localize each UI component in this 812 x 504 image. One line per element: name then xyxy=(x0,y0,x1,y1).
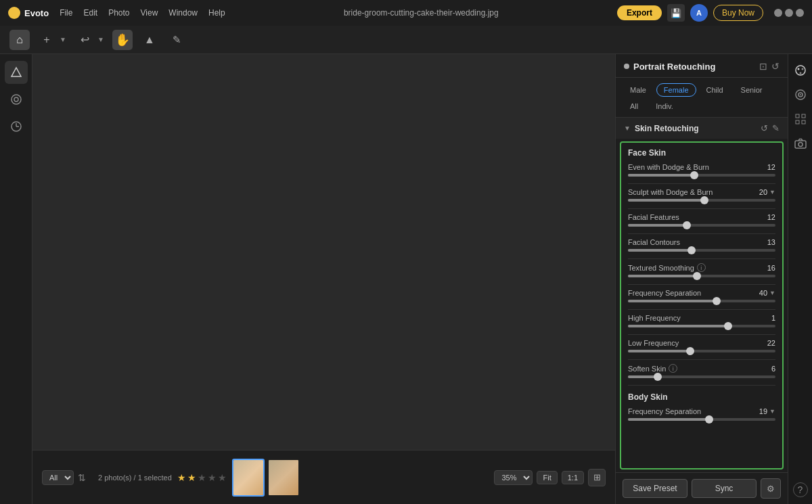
star-3[interactable]: ★ xyxy=(198,472,206,483)
home-tool[interactable]: ⌂ xyxy=(9,30,30,50)
panel-title: Portrait Retouching xyxy=(624,62,715,72)
slider-value-features: 12 xyxy=(767,213,775,221)
right-icon-camera[interactable] xyxy=(791,134,810,153)
save-icon-btn[interactable]: 💾 xyxy=(667,4,685,22)
filmstrip-expand-btn[interactable]: ⊞ xyxy=(588,469,606,486)
section-actions: ↺ ✎ xyxy=(761,123,780,133)
panel-refresh-icon[interactable]: ↺ xyxy=(771,61,780,72)
slider-track-high-freq[interactable] xyxy=(628,325,775,327)
slider-label-even: Even with Dodge & Burn xyxy=(628,163,709,171)
slider-track-even[interactable] xyxy=(628,174,775,177)
textured-info-icon[interactable]: i xyxy=(697,263,706,272)
section-title: Skin Retouching xyxy=(635,124,757,133)
undo-chevron[interactable]: ▼ xyxy=(96,30,106,50)
slider-thumb-low-freq[interactable] xyxy=(686,347,694,355)
star-rating[interactable]: ★ ★ ★ ★ ★ xyxy=(177,472,227,483)
star-2[interactable]: ★ xyxy=(187,472,196,483)
sculpt-expand-icon[interactable]: ▼ xyxy=(769,189,775,196)
slider-body-freq-sep: Frequency Separation 19 ▼ xyxy=(621,405,782,426)
mask-tool[interactable]: ▲ xyxy=(139,30,160,50)
right-icon-grid[interactable] xyxy=(791,110,810,129)
body-freq-expand-icon[interactable]: ▼ xyxy=(769,408,775,415)
menu-photo[interactable]: Photo xyxy=(108,8,129,18)
menu-file[interactable]: File xyxy=(60,8,72,18)
tab-senior[interactable]: Senior xyxy=(734,83,770,97)
menu-help[interactable]: Help xyxy=(208,8,225,18)
slider-track-freq-sep[interactable] xyxy=(628,300,775,302)
slider-label-soften: Soften Skin i xyxy=(628,364,677,373)
maximize-button[interactable] xyxy=(785,9,793,17)
thumbnail-1[interactable] xyxy=(232,459,265,497)
hand-tool[interactable]: ✋ xyxy=(112,30,133,50)
slider-track-soften[interactable] xyxy=(628,375,775,378)
slider-thumb-features[interactable] xyxy=(683,221,691,229)
slider-track-sculpt[interactable] xyxy=(628,199,775,202)
tab-female[interactable]: Female xyxy=(656,83,696,97)
skin-retouching-header[interactable]: ▼ Skin Retouching ↺ ✎ xyxy=(616,118,788,139)
freq-sep-expand-icon[interactable]: ▼ xyxy=(769,290,775,296)
one-one-button[interactable]: 1:1 xyxy=(562,471,584,484)
right-icon-target[interactable] xyxy=(791,85,810,104)
right-icon-palette[interactable] xyxy=(791,61,810,80)
section-edit-icon[interactable]: ✎ xyxy=(772,123,780,133)
tab-all[interactable]: All xyxy=(623,99,646,113)
slider-thumb-even[interactable] xyxy=(690,171,698,179)
sidebar-icon-adjust[interactable] xyxy=(5,61,28,84)
app-logo[interactable]: Evoto xyxy=(8,7,49,19)
sidebar-icon-filter[interactable] xyxy=(5,88,28,111)
buy-now-button[interactable]: Buy Now xyxy=(713,5,763,21)
slider-value-sculpt: 20 ▼ xyxy=(759,188,775,196)
minimize-button[interactable] xyxy=(774,9,782,17)
slider-thumb-freq-sep[interactable] xyxy=(713,297,721,305)
slider-value-textured: 16 xyxy=(767,264,775,272)
add-tool-chevron[interactable]: ▼ xyxy=(58,30,68,50)
slider-track-low-freq[interactable] xyxy=(628,350,775,352)
avatar[interactable]: A xyxy=(690,4,708,22)
panel-expand-icon[interactable]: ⊡ xyxy=(759,61,767,72)
brush-tool[interactable]: ✎ xyxy=(166,30,187,50)
filter-select[interactable]: All xyxy=(42,470,74,485)
slider-thumb-high-freq[interactable] xyxy=(724,322,732,330)
tab-male[interactable]: Male xyxy=(623,83,654,97)
slider-track-contours[interactable] xyxy=(628,249,775,252)
slider-track-features[interactable] xyxy=(628,224,775,227)
undo-tool-group: ↩ ▼ xyxy=(74,30,106,50)
thumbnail-2[interactable] xyxy=(267,459,300,497)
section-refresh-icon[interactable]: ↺ xyxy=(761,123,768,133)
star-5[interactable]: ★ xyxy=(218,472,227,483)
menu-view[interactable]: View xyxy=(141,8,158,18)
tab-indiv[interactable]: Indiv. xyxy=(648,99,680,113)
fit-button[interactable]: Fit xyxy=(537,471,557,484)
slider-thumb-sculpt[interactable] xyxy=(700,196,708,204)
menu-edit[interactable]: Edit xyxy=(83,8,97,18)
undo-tool[interactable]: ↩ xyxy=(74,30,95,50)
main-area: EVOTO EVOTO xyxy=(0,54,812,504)
svg-point-8 xyxy=(801,68,803,70)
slider-thumb-soften[interactable] xyxy=(654,373,662,381)
slider-track-body-freq[interactable] xyxy=(628,418,775,421)
export-button[interactable]: Export xyxy=(617,5,662,20)
titlebar-right: Export 💾 A Buy Now xyxy=(617,4,804,22)
filmstrip-sort-icon[interactable]: ⇅ xyxy=(78,472,86,483)
save-preset-button[interactable]: Save Preset xyxy=(623,479,687,498)
svg-point-2 xyxy=(14,97,18,101)
slider-fill-low-freq xyxy=(628,350,690,352)
menu-window[interactable]: Window xyxy=(168,8,198,18)
panel-footer: Save Preset Sync ⚙ xyxy=(616,472,788,504)
add-tool[interactable]: + xyxy=(37,30,57,50)
sidebar-icon-history[interactable] xyxy=(5,115,28,138)
slider-thumb-body-freq[interactable] xyxy=(705,415,713,423)
slider-thumb-contours[interactable] xyxy=(687,246,696,254)
right-icon-help[interactable]: ? xyxy=(793,482,808,497)
slider-value-freq-sep: 40 ▼ xyxy=(759,289,775,297)
soften-info-icon[interactable]: i xyxy=(669,364,677,373)
footer-settings-icon[interactable]: ⚙ xyxy=(761,478,781,499)
tab-child[interactable]: Child xyxy=(699,83,731,97)
zoom-select[interactable]: 35% xyxy=(494,470,533,485)
sync-button[interactable]: Sync xyxy=(692,479,757,498)
close-button[interactable] xyxy=(796,9,804,17)
slider-track-textured[interactable] xyxy=(628,275,775,277)
star-1[interactable]: ★ xyxy=(177,472,186,483)
star-4[interactable]: ★ xyxy=(208,472,217,483)
slider-thumb-textured[interactable] xyxy=(693,272,701,280)
